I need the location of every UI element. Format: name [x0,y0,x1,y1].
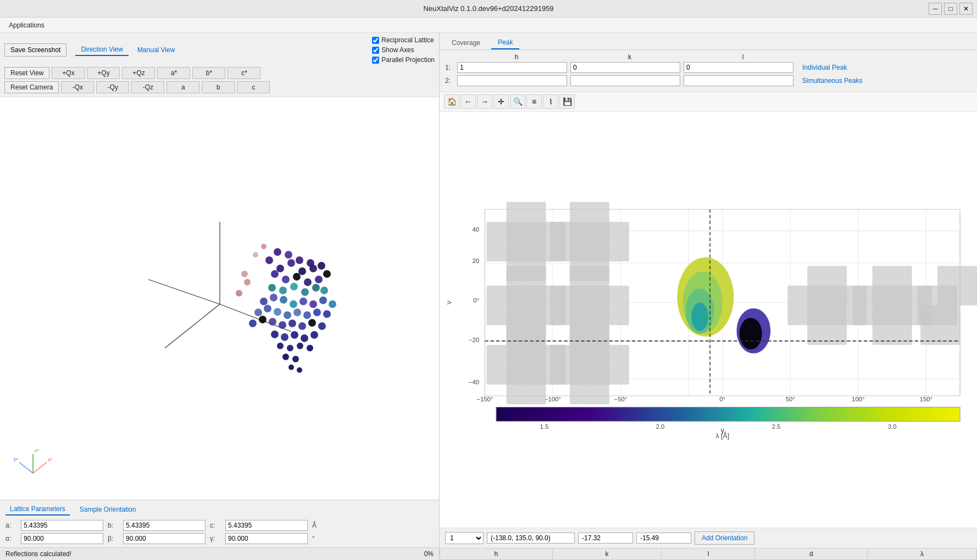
svg-text:1.5: 1.5 [540,423,549,430]
peak-row-1: 1: Individual Peak [445,62,972,73]
dir-btn-a-star[interactable]: a* [157,67,190,79]
toolbar: Save Screenshot Direction View Manual Vi… [0,33,439,97]
tab-manual-view[interactable]: Manual View [132,44,180,55]
chart-lines-button[interactable]: ⌇ [543,94,558,109]
tab-peak[interactable]: Peak [491,36,519,49]
checkbox-reciprocal-lattice[interactable]: Reciprocal Lattice [372,36,435,44]
orientation-coords-input[interactable] [487,533,575,544]
svg-point-25 [320,287,328,294]
save-screenshot-button[interactable]: Save Screenshot [4,43,66,57]
svg-point-58 [307,345,313,351]
dir-btn-b[interactable]: b [202,81,235,93]
menu-applications[interactable]: Applications [4,19,49,31]
dir-btn-a[interactable]: a [166,81,199,93]
svg-text:0°: 0° [719,396,725,402]
svg-point-10 [285,251,292,259]
tab-sample-orientation[interactable]: Sample Orientation [75,503,141,516]
peak-row2-label: 2: [445,77,454,85]
checkbox-reciprocal-lattice-input[interactable] [372,37,379,44]
chart-save-button[interactable]: 💾 [559,94,575,109]
svg-point-17 [304,278,312,286]
peak-row2-k[interactable] [570,75,680,86]
dir-btn-qz-pos[interactable]: +Qz [122,67,155,79]
svg-point-67 [297,367,302,373]
reset-view-button[interactable]: Reset View [4,67,49,79]
data-table-container: h k l d λ [440,548,977,560]
input-gamma[interactable] [225,533,308,544]
input-beta[interactable] [123,533,206,544]
minimize-button[interactable]: ─ [929,3,942,15]
svg-point-53 [301,334,308,342]
svg-point-42 [249,320,257,327]
checkbox-parallel-projection[interactable]: Parallel Projection [372,56,435,64]
tab-direction-view[interactable]: Direction View [75,44,128,56]
svg-point-11 [296,256,303,264]
col-header-h: h [440,548,553,560]
bottom-tabs-row: Lattice Parameters Sample Orientation [5,503,434,516]
reset-camera-button[interactable]: Reset Camera [4,81,59,93]
dir-btn-qy-pos[interactable]: +Qy [87,67,120,79]
input-a[interactable] [21,520,103,531]
svg-text:λ [Å]: λ [Å] [715,432,729,440]
svg-rect-146 [496,407,960,422]
orientation-controls: 1 2 3 Add Orientation [440,528,977,548]
peak-row1-l[interactable] [684,62,793,73]
right-panel: Coverage Peak h k l 1: Individual Peak [440,33,977,560]
svg-point-132 [740,318,762,350]
svg-point-26 [260,298,268,305]
svg-text:2.5: 2.5 [772,423,781,430]
3d-viewport[interactable]: a* b* c* [0,97,439,500]
svg-point-38 [293,309,301,316]
dir-btn-qx-pos[interactable]: +Qx [52,67,85,79]
dir-btn-c[interactable]: c [237,81,270,93]
individual-peak-button[interactable]: Individual Peak [797,62,852,73]
chart-pan-button[interactable]: ✛ [493,94,509,109]
dir-btn-qx-neg[interactable]: -Qx [61,81,94,93]
peak-row1-k[interactable] [570,62,680,73]
svg-text:150°: 150° [920,396,932,402]
col-header-l: l [662,548,755,560]
svg-text:−150°: −150° [476,396,493,402]
dir-btn-b-star[interactable]: b* [192,67,225,79]
status-progress: 0% [424,550,434,558]
chart-back-button[interactable]: ← [460,94,476,109]
checkbox-show-axes-input[interactable] [372,47,379,54]
tab-coverage[interactable]: Coverage [445,36,487,49]
svg-point-27 [270,294,277,301]
chart-zoom-button[interactable]: 🔍 [510,94,525,109]
input-c[interactable] [225,520,308,531]
status-bar: Reflections calculated! 0% [0,547,439,560]
chart-forward-button[interactable]: → [477,94,492,109]
svg-point-51 [281,333,288,341]
input-alpha[interactable] [21,533,103,544]
label-alpha: α: [5,535,16,542]
checkbox-show-axes[interactable]: Show Axes [372,46,435,54]
svg-text:20: 20 [472,257,479,264]
simultaneous-peaks-button[interactable]: Simultaneous Peaks [797,75,868,86]
dir-btn-c-star[interactable]: c* [227,67,260,79]
orientation-val1-input[interactable] [578,533,633,544]
restore-button[interactable]: □ [944,3,957,15]
svg-point-44 [269,318,276,326]
checkbox-parallel-projection-input[interactable] [372,57,379,64]
peak-row2-h[interactable] [457,75,567,86]
close-button[interactable]: ✕ [959,3,973,15]
svg-point-18 [315,276,323,283]
dir-btn-qz-neg[interactable]: -Qz [131,81,164,93]
add-orientation-button[interactable]: Add Orientation [695,531,754,545]
svg-rect-136 [807,305,847,345]
peak-row-2: 2: Simultaneous Peaks [445,75,972,86]
svg-point-30 [299,298,307,305]
chart-settings-button[interactable]: ≡ [526,94,542,109]
svg-point-65 [253,252,258,257]
orientation-select[interactable]: 1 2 3 [445,532,484,544]
svg-point-60 [292,356,299,362]
tab-lattice-parameters[interactable]: Lattice Parameters [5,503,70,516]
peak-row2-l[interactable] [684,75,793,86]
chart-home-button[interactable]: 🏠 [444,94,459,109]
peak-row1-h[interactable] [457,62,567,73]
dir-btn-qy-neg[interactable]: -Qy [96,81,129,93]
input-b[interactable] [123,520,206,531]
orientation-val2-input[interactable] [636,533,691,544]
col-header-k: k [552,548,662,560]
